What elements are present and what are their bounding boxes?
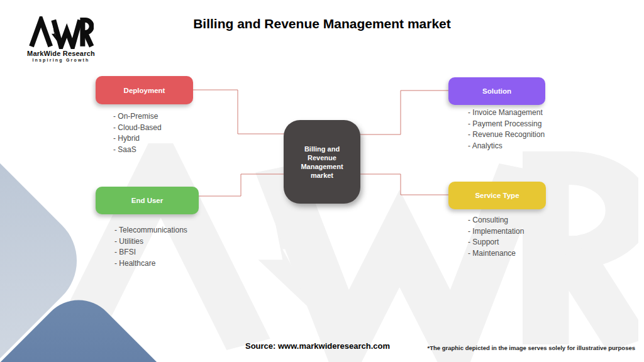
node-end-user-list: - Telecommunications - Utilities - BFSI … [114, 225, 187, 269]
list-item: - BFSI [114, 247, 187, 258]
list-item: - Revenue Recognition [468, 129, 545, 141]
node-solution-label: Solution [482, 87, 511, 95]
list-item: - Hybrid [113, 133, 162, 145]
connector-deployment [193, 90, 284, 134]
node-deployment-box: Deployment [96, 76, 193, 104]
list-item: - Utilities [114, 236, 187, 248]
list-item: - SaaS [113, 145, 162, 156]
list-item: - Healthcare [114, 258, 187, 270]
list-item: - Cloud-Based [113, 123, 162, 134]
node-service-type-list: - Consulting - Implementation - Support … [468, 215, 524, 259]
node-end-user-box: End User [96, 187, 199, 214]
list-item: - Maintenance [468, 248, 524, 260]
connector-service-type [360, 174, 448, 195]
connector-solution [360, 90, 448, 134]
center-node-label: Billing and Revenue Management market [290, 145, 354, 180]
list-item: - On-Premise [113, 111, 162, 123]
node-service-type-label: Service Type [475, 192, 519, 199]
list-item: - Consulting [468, 215, 524, 226]
page-title: Billing and Revenue Management market [0, 16, 644, 31]
connector-end-user [199, 174, 284, 196]
node-solution-list: - Invoice Management - Payment Processin… [468, 107, 545, 151]
node-end-user-label: End User [131, 197, 164, 204]
node-solution-box: Solution [448, 77, 545, 105]
node-deployment-label: Deployment [124, 87, 165, 94]
center-node: Billing and Revenue Management market [284, 120, 360, 204]
node-service-type-box: Service Type [448, 182, 546, 209]
source-text: Source: www.markwideresearch.com [245, 341, 390, 351]
infographic-canvas: MarkWide Research Inspiring Growth Billi… [0, 0, 644, 362]
list-item: - Support [468, 237, 524, 248]
disclaimer-text: *The graphic depicted in the image serve… [428, 344, 636, 351]
logo-tagline: Inspiring Growth [14, 58, 108, 62]
list-item: - Invoice Management [468, 107, 545, 119]
list-item: - Telecommunications [114, 225, 187, 236]
list-item: - Payment Processing [468, 119, 545, 130]
node-deployment-list: - On-Premise - Cloud-Based - Hybrid - Sa… [113, 111, 162, 155]
list-item: - Analytics [468, 141, 545, 152]
list-item: - Implementation [468, 226, 524, 238]
logo-brand-name: MarkWide Research [14, 50, 108, 57]
